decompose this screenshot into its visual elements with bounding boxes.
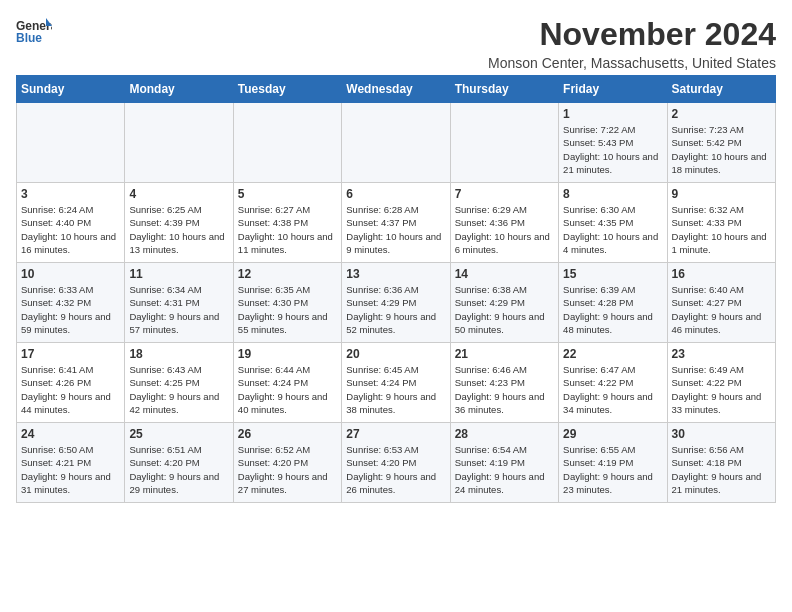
day-of-week-header: Wednesday (342, 76, 450, 103)
day-of-week-header: Monday (125, 76, 233, 103)
day-number: 29 (563, 427, 662, 441)
calendar-cell: 28Sunrise: 6:54 AM Sunset: 4:19 PM Dayli… (450, 423, 558, 503)
day-info: Sunrise: 7:22 AM Sunset: 5:43 PM Dayligh… (563, 123, 662, 176)
calendar-cell: 30Sunrise: 6:56 AM Sunset: 4:18 PM Dayli… (667, 423, 775, 503)
day-number: 12 (238, 267, 337, 281)
day-of-week-header: Saturday (667, 76, 775, 103)
day-of-week-header: Tuesday (233, 76, 341, 103)
day-of-week-header: Thursday (450, 76, 558, 103)
day-info: Sunrise: 6:54 AM Sunset: 4:19 PM Dayligh… (455, 443, 554, 496)
calendar-header-row: SundayMondayTuesdayWednesdayThursdayFrid… (17, 76, 776, 103)
day-number: 30 (672, 427, 771, 441)
calendar-cell: 22Sunrise: 6:47 AM Sunset: 4:22 PM Dayli… (559, 343, 667, 423)
day-number: 10 (21, 267, 120, 281)
day-number: 14 (455, 267, 554, 281)
calendar-cell: 8Sunrise: 6:30 AM Sunset: 4:35 PM Daylig… (559, 183, 667, 263)
day-info: Sunrise: 6:56 AM Sunset: 4:18 PM Dayligh… (672, 443, 771, 496)
calendar-week-row: 24Sunrise: 6:50 AM Sunset: 4:21 PM Dayli… (17, 423, 776, 503)
calendar-cell: 19Sunrise: 6:44 AM Sunset: 4:24 PM Dayli… (233, 343, 341, 423)
day-number: 28 (455, 427, 554, 441)
header: General Blue November 2024 Monson Center… (16, 16, 776, 71)
calendar-cell: 17Sunrise: 6:41 AM Sunset: 4:26 PM Dayli… (17, 343, 125, 423)
calendar-cell: 29Sunrise: 6:55 AM Sunset: 4:19 PM Dayli… (559, 423, 667, 503)
day-number: 21 (455, 347, 554, 361)
day-info: Sunrise: 6:39 AM Sunset: 4:28 PM Dayligh… (563, 283, 662, 336)
calendar-cell: 2Sunrise: 7:23 AM Sunset: 5:42 PM Daylig… (667, 103, 775, 183)
day-number: 9 (672, 187, 771, 201)
day-info: Sunrise: 6:43 AM Sunset: 4:25 PM Dayligh… (129, 363, 228, 416)
logo: General Blue (16, 16, 52, 44)
day-number: 5 (238, 187, 337, 201)
calendar-cell: 23Sunrise: 6:49 AM Sunset: 4:22 PM Dayli… (667, 343, 775, 423)
calendar-cell: 13Sunrise: 6:36 AM Sunset: 4:29 PM Dayli… (342, 263, 450, 343)
calendar-cell: 16Sunrise: 6:40 AM Sunset: 4:27 PM Dayli… (667, 263, 775, 343)
day-of-week-header: Friday (559, 76, 667, 103)
day-number: 18 (129, 347, 228, 361)
calendar-week-row: 17Sunrise: 6:41 AM Sunset: 4:26 PM Dayli… (17, 343, 776, 423)
day-info: Sunrise: 6:33 AM Sunset: 4:32 PM Dayligh… (21, 283, 120, 336)
calendar-cell: 26Sunrise: 6:52 AM Sunset: 4:20 PM Dayli… (233, 423, 341, 503)
calendar-cell: 21Sunrise: 6:46 AM Sunset: 4:23 PM Dayli… (450, 343, 558, 423)
day-info: Sunrise: 7:23 AM Sunset: 5:42 PM Dayligh… (672, 123, 771, 176)
day-info: Sunrise: 6:41 AM Sunset: 4:26 PM Dayligh… (21, 363, 120, 416)
day-number: 7 (455, 187, 554, 201)
calendar-week-row: 3Sunrise: 6:24 AM Sunset: 4:40 PM Daylig… (17, 183, 776, 263)
calendar-cell: 27Sunrise: 6:53 AM Sunset: 4:20 PM Dayli… (342, 423, 450, 503)
day-info: Sunrise: 6:32 AM Sunset: 4:33 PM Dayligh… (672, 203, 771, 256)
calendar-cell: 5Sunrise: 6:27 AM Sunset: 4:38 PM Daylig… (233, 183, 341, 263)
calendar-cell (342, 103, 450, 183)
day-info: Sunrise: 6:51 AM Sunset: 4:20 PM Dayligh… (129, 443, 228, 496)
day-info: Sunrise: 6:25 AM Sunset: 4:39 PM Dayligh… (129, 203, 228, 256)
day-info: Sunrise: 6:52 AM Sunset: 4:20 PM Dayligh… (238, 443, 337, 496)
calendar-cell: 1Sunrise: 7:22 AM Sunset: 5:43 PM Daylig… (559, 103, 667, 183)
day-number: 16 (672, 267, 771, 281)
logo-icon: General Blue (16, 16, 52, 44)
day-number: 8 (563, 187, 662, 201)
calendar-week-row: 1Sunrise: 7:22 AM Sunset: 5:43 PM Daylig… (17, 103, 776, 183)
day-info: Sunrise: 6:47 AM Sunset: 4:22 PM Dayligh… (563, 363, 662, 416)
calendar-cell: 9Sunrise: 6:32 AM Sunset: 4:33 PM Daylig… (667, 183, 775, 263)
calendar-cell (450, 103, 558, 183)
calendar-body: 1Sunrise: 7:22 AM Sunset: 5:43 PM Daylig… (17, 103, 776, 503)
calendar-cell: 15Sunrise: 6:39 AM Sunset: 4:28 PM Dayli… (559, 263, 667, 343)
day-number: 3 (21, 187, 120, 201)
day-info: Sunrise: 6:50 AM Sunset: 4:21 PM Dayligh… (21, 443, 120, 496)
day-number: 13 (346, 267, 445, 281)
day-info: Sunrise: 6:45 AM Sunset: 4:24 PM Dayligh… (346, 363, 445, 416)
day-of-week-header: Sunday (17, 76, 125, 103)
day-number: 26 (238, 427, 337, 441)
day-info: Sunrise: 6:28 AM Sunset: 4:37 PM Dayligh… (346, 203, 445, 256)
calendar-cell: 12Sunrise: 6:35 AM Sunset: 4:30 PM Dayli… (233, 263, 341, 343)
day-number: 2 (672, 107, 771, 121)
day-info: Sunrise: 6:30 AM Sunset: 4:35 PM Dayligh… (563, 203, 662, 256)
calendar-cell (233, 103, 341, 183)
calendar-cell: 14Sunrise: 6:38 AM Sunset: 4:29 PM Dayli… (450, 263, 558, 343)
day-number: 25 (129, 427, 228, 441)
day-info: Sunrise: 6:38 AM Sunset: 4:29 PM Dayligh… (455, 283, 554, 336)
calendar-cell: 7Sunrise: 6:29 AM Sunset: 4:36 PM Daylig… (450, 183, 558, 263)
day-number: 6 (346, 187, 445, 201)
calendar-table: SundayMondayTuesdayWednesdayThursdayFrid… (16, 75, 776, 503)
day-info: Sunrise: 6:44 AM Sunset: 4:24 PM Dayligh… (238, 363, 337, 416)
calendar-cell: 24Sunrise: 6:50 AM Sunset: 4:21 PM Dayli… (17, 423, 125, 503)
day-info: Sunrise: 6:40 AM Sunset: 4:27 PM Dayligh… (672, 283, 771, 336)
day-number: 17 (21, 347, 120, 361)
day-info: Sunrise: 6:53 AM Sunset: 4:20 PM Dayligh… (346, 443, 445, 496)
location-title: Monson Center, Massachusetts, United Sta… (488, 55, 776, 71)
calendar-cell: 18Sunrise: 6:43 AM Sunset: 4:25 PM Dayli… (125, 343, 233, 423)
calendar-cell: 3Sunrise: 6:24 AM Sunset: 4:40 PM Daylig… (17, 183, 125, 263)
day-number: 24 (21, 427, 120, 441)
calendar-cell: 4Sunrise: 6:25 AM Sunset: 4:39 PM Daylig… (125, 183, 233, 263)
day-info: Sunrise: 6:35 AM Sunset: 4:30 PM Dayligh… (238, 283, 337, 336)
svg-text:Blue: Blue (16, 31, 42, 44)
day-info: Sunrise: 6:46 AM Sunset: 4:23 PM Dayligh… (455, 363, 554, 416)
calendar-week-row: 10Sunrise: 6:33 AM Sunset: 4:32 PM Dayli… (17, 263, 776, 343)
day-info: Sunrise: 6:34 AM Sunset: 4:31 PM Dayligh… (129, 283, 228, 336)
calendar-cell (125, 103, 233, 183)
calendar-cell: 11Sunrise: 6:34 AM Sunset: 4:31 PM Dayli… (125, 263, 233, 343)
day-info: Sunrise: 6:27 AM Sunset: 4:38 PM Dayligh… (238, 203, 337, 256)
day-number: 11 (129, 267, 228, 281)
day-number: 15 (563, 267, 662, 281)
calendar-cell (17, 103, 125, 183)
title-block: November 2024 Monson Center, Massachuset… (488, 16, 776, 71)
